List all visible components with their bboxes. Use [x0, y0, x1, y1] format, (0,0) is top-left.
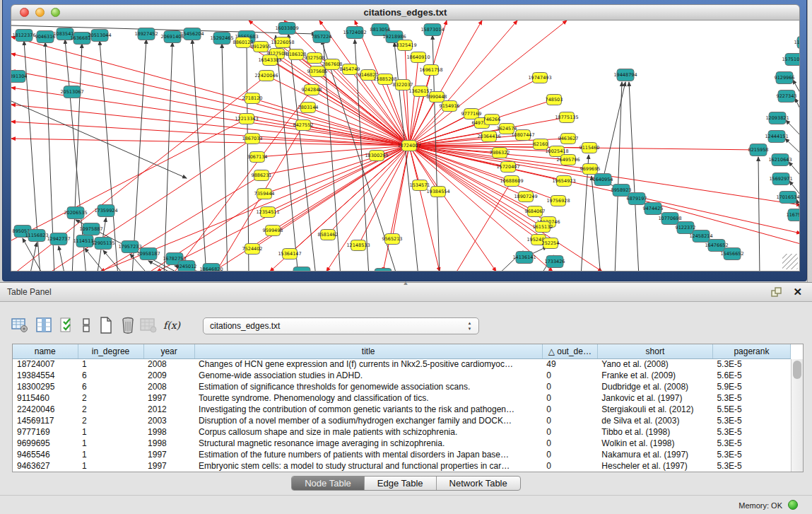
network-node[interactable]: 9227343	[777, 90, 797, 103]
network-node[interactable]: 15720407	[496, 162, 519, 173]
network-node[interactable]: 1891304	[11, 71, 27, 83]
network-node[interactable]: 15456652	[720, 248, 743, 260]
network-node[interactable]: 15724082	[343, 27, 366, 39]
network-node[interactable]: 20513067	[60, 86, 83, 98]
network-node[interactable]: 9463646	[292, 267, 312, 272]
network-node[interactable]: 16033809	[275, 23, 298, 35]
table-row[interactable]: 1938455462009Genome-wide association stu…	[13, 370, 791, 381]
network-node[interactable]: 18640910	[406, 52, 430, 63]
network-node[interactable]: 12942737	[47, 233, 70, 245]
table-row[interactable]: 969969511998Structural magnetic resonanc…	[13, 438, 791, 449]
network-node[interactable]: 10975887	[79, 223, 102, 235]
tab-node-table[interactable]: Node Table	[292, 477, 364, 490]
new-table-icon[interactable]	[96, 315, 116, 336]
network-node[interactable]: 9115460	[579, 143, 600, 153]
network-node[interactable]: 10958187	[136, 248, 160, 260]
column-header-pagerank[interactable]: pagerank	[712, 344, 790, 358]
network-node[interactable]: 1640954	[593, 174, 613, 186]
function-builder-icon[interactable]: f(x)	[162, 315, 182, 336]
delete-column-icon[interactable]	[139, 315, 158, 336]
network-node[interactable]: 8215958	[748, 144, 769, 156]
network-node[interactable]: 20513044	[88, 30, 111, 42]
table-row[interactable]: 2242004622012Investigating the contribut…	[13, 404, 791, 415]
network-node[interactable]: 12213343	[235, 114, 258, 124]
network-node[interactable]: 18775135	[555, 112, 578, 123]
network-node[interactable]: 15692971	[769, 173, 792, 185]
network-node[interactable]: 9474425	[643, 203, 664, 215]
network-node[interactable]: 14136141	[512, 252, 536, 264]
select-attributes-icon[interactable]	[57, 315, 77, 336]
network-node[interactable]: 20206535	[64, 207, 87, 219]
column-header-in_degree[interactable]: in_degree	[78, 344, 143, 358]
column-header-short[interactable]: short	[597, 344, 712, 358]
network-node[interactable]: 8454749	[340, 64, 360, 75]
network-node[interactable]: 9375685	[307, 66, 328, 77]
network-node[interactable]: 1867033	[242, 134, 263, 144]
network-node[interactable]: 12444151	[765, 131, 788, 143]
network-node[interactable]: 12093821	[765, 112, 789, 124]
column-header-out_de[interactable]: △ out_de…	[542, 344, 597, 358]
network-node[interactable]: 9684067	[525, 206, 546, 217]
table-row[interactable]: 1456911722003Disruption of a novel membe…	[13, 415, 791, 426]
network-node[interactable]: 8427552	[293, 120, 314, 131]
table-row[interactable]: 911546021997Tourette syndrome. Phenomeno…	[13, 392, 791, 404]
table-row[interactable]: 1830029562008Estimation of significance …	[13, 381, 791, 392]
network-node[interactable]: 2803144	[298, 103, 319, 113]
network-node[interactable]: 7857224	[312, 31, 332, 43]
network-node[interactable]: 19747493	[528, 73, 551, 83]
network-node[interactable]: 16210643	[768, 154, 792, 166]
network-node[interactable]: 12530190	[371, 269, 394, 272]
network-node[interactable]: 6879197	[627, 193, 647, 205]
network-node[interactable]: 7986322	[490, 148, 510, 158]
network-node[interactable]: 9886231	[252, 170, 272, 181]
network-node[interactable]: 19756928	[546, 196, 570, 206]
float-panel-icon[interactable]	[770, 286, 782, 298]
scrollbar-thumb[interactable]	[793, 361, 801, 379]
network-node[interactable]: 8186328	[286, 49, 307, 60]
network-node[interactable]: 1733426	[545, 256, 565, 268]
network-node[interactable]: 9463627	[558, 134, 579, 144]
network-node[interactable]: 748503	[546, 95, 563, 105]
network-node[interactable]: 19448794	[613, 69, 637, 81]
network-node[interactable]: 3067134	[247, 152, 268, 163]
vertical-scrollbar[interactable]	[791, 359, 803, 472]
splitter-handle[interactable]: ▲	[400, 281, 411, 286]
network-node[interactable]: 9129966	[775, 72, 795, 84]
network-node[interactable]: 11125418	[794, 37, 800, 49]
network-node[interactable]: 8912955	[251, 42, 271, 52]
column-header-title[interactable]: title	[194, 344, 542, 358]
show-columns-icon[interactable]	[34, 315, 54, 336]
close-panel-icon[interactable]: ✕	[793, 286, 802, 298]
delete-table-icon[interactable]	[118, 315, 138, 336]
network-node[interactable]: 19654923	[552, 176, 575, 187]
table-selector-dropdown[interactable]: citations_edges.txt ▲▼	[203, 317, 479, 334]
network-node[interactable]: 11156823	[25, 230, 48, 242]
network-node[interactable]: 252254	[542, 238, 560, 249]
network-node[interactable]: 15751074	[782, 54, 800, 66]
network-node[interactable]: 15456204	[180, 28, 204, 40]
table-row[interactable]: 977716911998Corpus callosum shape and si…	[13, 426, 791, 438]
network-node[interactable]: 18927452	[134, 28, 158, 40]
network-node[interactable]: 2718120	[242, 93, 263, 104]
network-node[interactable]: 746266	[483, 115, 501, 125]
network-node[interactable]: 18226058	[271, 37, 294, 48]
table-row[interactable]: 946362711997Embryonic stem cells: a mode…	[13, 460, 791, 472]
network-window-titlebar[interactable]: citations_edges.txt	[11, 4, 800, 21]
network-node[interactable]: 10688609	[500, 176, 523, 187]
network-node[interactable]: 9154916	[440, 101, 460, 112]
network-node[interactable]: 7524402	[242, 244, 263, 255]
network-node[interactable]: 8581462	[318, 230, 339, 240]
network-node[interactable]: 12905135	[91, 238, 114, 250]
network-node[interactable]: 9565213	[382, 234, 403, 245]
network-node[interactable]: 9599498	[263, 226, 283, 236]
column-header-name[interactable]: name	[13, 344, 78, 358]
table-settings-icon[interactable]	[10, 315, 30, 336]
network-node[interactable]: 15364147	[278, 249, 301, 259]
network-node[interactable]: 18122376	[12, 30, 35, 42]
network-node[interactable]: 9699695	[580, 164, 601, 175]
network-node[interactable]: 9245012	[177, 261, 197, 272]
network-canvas[interactable]: 1812237690463161083541216366814205130441…	[11, 21, 800, 271]
network-node[interactable]: 62160	[534, 139, 548, 150]
network-node[interactable]: 9046316	[35, 31, 56, 43]
stacked-squares-icon[interactable]	[76, 315, 96, 336]
